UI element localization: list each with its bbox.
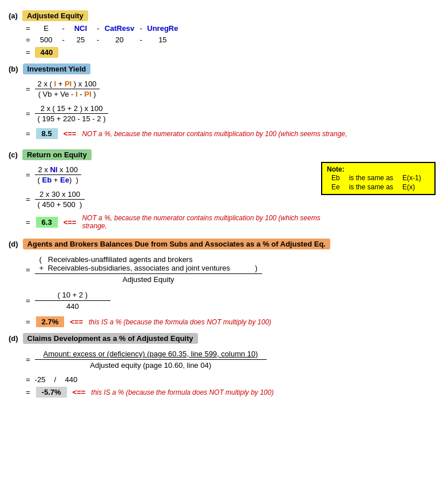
b-formula-fraction: 2 x ( I + PI ) x 100 ( Vb + Ve - I - PI … (35, 79, 100, 99)
d2-val2: 440 (65, 375, 77, 384)
section-b-values: = 2 x ( 15 + 2 ) x 100 ( 195 + 220 - 15 … (9, 104, 438, 124)
section-d1-values: = ( 10 + 2 ) 440 (9, 289, 438, 312)
section-a-row2: = 500 - 25 - 20 - 15 (9, 35, 438, 44)
section-d1-result: = 2.7% <== this IS a % (because the form… (9, 316, 438, 327)
section-c-formula: = 2 x NI x 100 ( Eb + Ee) ) (9, 165, 321, 185)
val-UnregRe: 15 (147, 35, 179, 44)
d2-eq3: = (26, 388, 30, 396)
b-values-num: 2 x ( 15 + 2 ) x 100 (35, 104, 109, 114)
c-eq2: = (26, 195, 30, 204)
section-d2-result: = -5.7% <== this IS a % (because the for… (9, 387, 438, 398)
section-d1-header: (d) Agents and Brokers Balances Due from… (9, 239, 438, 249)
section-a-result-row: = 440 (9, 47, 438, 58)
section-c-result: = 6.3 <== NOT a %, because the numerator… (9, 214, 321, 230)
d2-formula-num: Amount: excess or (deficiency) (page 60.… (35, 348, 267, 360)
d1-values-den: 440 (43, 301, 102, 312)
minus1: - (62, 24, 65, 33)
section-c-values: = 2 x 30 x 100 ( 450 + 500 ) (9, 189, 321, 209)
d1-values-fraction: ( 10 + 2 ) 440 (35, 289, 110, 312)
note-box-table: Eb is the same as E(x-1) Ee is the same … (327, 173, 426, 192)
minus3: - (140, 24, 142, 33)
note-box: Note: Eb is the same as E(x-1) Ee is the… (321, 162, 436, 195)
c-values-den: ( 450 + 500 ) (35, 200, 85, 209)
d2-eq2: = (26, 375, 30, 384)
d1-formula-den: Adjusted Equity (118, 274, 179, 285)
b-formula-num: 2 x ( I + PI ) x 100 (35, 79, 100, 89)
note-ee-is: is the same as (345, 182, 398, 192)
section-b: (b) Investment Yield = 2 x ( I + PI ) x … (9, 64, 438, 139)
d1-formula-num: ( Receivables-unaffiliated agents and br… (35, 254, 262, 274)
d2-eq1: = (26, 355, 30, 364)
minus6: - (140, 35, 142, 44)
val-CatResv: 20 (104, 35, 135, 44)
d2-div: / (50, 375, 60, 384)
d1-formula-fraction: ( Receivables-unaffiliated agents and br… (35, 254, 262, 285)
c-eq1: = (26, 170, 30, 179)
b-note: NOT a %, because the numerator contains … (82, 130, 347, 138)
result-d2: -5.7% (36, 387, 67, 398)
d1-num-line2: + Receivables-subsidiaries, associates a… (39, 264, 258, 272)
d2-formula-fraction: Amount: excess or (deficiency) (page 60.… (35, 348, 267, 371)
d2-val1: -25 (35, 375, 46, 384)
section-b-formula: = 2 x ( I + PI ) x 100 ( Vb + Ve - I - P… (9, 79, 438, 99)
note-eb-val: E(x-1) (398, 173, 426, 182)
section-c-top: (c) Return on Equity = 2 x NI x 100 ( Eb… (9, 145, 438, 233)
c-formula-fraction: 2 x NI x 100 ( Eb + Ee) ) (35, 165, 81, 185)
section-a-header: (a) Adjusted Equity (9, 10, 438, 21)
claims-dev-tag: Claims Development as a % of Adjusted Eq… (23, 333, 198, 344)
section-d2-formula: = Amount: excess or (deficiency) (page 6… (9, 348, 438, 371)
c-arrow: <== (64, 218, 77, 227)
section-c: (c) Return on Equity = 2 x NI x 100 ( Eb… (9, 145, 438, 233)
b-arrow: <== (64, 129, 77, 138)
section-c-label: (c) (9, 150, 18, 159)
note-row-eb: Eb is the same as E(x-1) (327, 173, 426, 182)
d1-num-line1: ( Receivables-unaffiliated agents and br… (39, 255, 258, 264)
section-b-header: (b) Investment Yield (9, 64, 438, 74)
note-box-title: Note: (327, 165, 430, 173)
section-c-left: (c) Return on Equity = 2 x NI x 100 ( Eb… (9, 145, 321, 233)
d2-arrow: <== (73, 388, 86, 396)
agents-brokers-tag: Agents and Brokers Balances Due from Sub… (23, 239, 330, 249)
note-eb-is: is the same as (345, 173, 398, 182)
var-CatResv: CatResv (104, 24, 135, 33)
b-values-den: ( 195 + 220 - 15 - 2 ) (35, 114, 109, 124)
result-b: 8.5 (36, 128, 58, 139)
var-UnregRe: UnregRe (147, 24, 179, 33)
b-eq2: = (26, 109, 30, 118)
result-d1: 2.7% (36, 316, 65, 327)
c-note: NOT a %, because the numerator contains … (82, 214, 321, 230)
section-d1-label: (d) (9, 240, 18, 248)
section-d2: (d) Claims Development as a % of Adjuste… (9, 333, 438, 398)
eq3: = (26, 48, 30, 57)
c-formula-num: 2 x NI x 100 (35, 165, 81, 175)
minus2: - (97, 24, 99, 33)
result-c: 6.3 (36, 217, 58, 228)
c-values-num: 2 x 30 x 100 (35, 189, 85, 200)
section-b-label: (b) (9, 65, 18, 73)
b-values-fraction: 2 x ( 15 + 2 ) x 100 ( 195 + 220 - 15 - … (35, 104, 109, 124)
note-row-ee: Ee is the same as E(x) (327, 182, 426, 192)
var-E: E (35, 24, 58, 33)
b-formula-den: ( Vb + Ve - I - PI ) (35, 89, 100, 99)
val-NCI: 25 (69, 35, 92, 44)
section-d2-values: = -25 / 440 (9, 375, 438, 384)
investment-yield-tag: Investment Yield (23, 64, 91, 74)
section-c-header: (c) Return on Equity (9, 149, 321, 160)
minus5: - (97, 35, 99, 44)
d2-formula-den: Adjusted equity (page 10.60, line 04) (81, 360, 220, 371)
section-a: (a) Adjusted Equity = E - NCI - CatResv … (9, 10, 438, 58)
note-eb-var: Eb (327, 173, 345, 182)
val-E: 500 (35, 35, 58, 44)
d1-eq1: = (26, 265, 30, 274)
d1-eq2: = (26, 296, 30, 305)
section-d1: (d) Agents and Brokers Balances Due from… (9, 239, 438, 327)
var-NCI: NCI (69, 24, 92, 33)
note-ee-val: E(x) (398, 182, 426, 192)
d1-arrow: <== (70, 318, 83, 326)
eq2: = (26, 35, 30, 44)
section-d2-label: (d) (9, 334, 18, 343)
c-formula-den: ( Eb + Ee) ) (35, 175, 81, 185)
note-ee-var: Ee (327, 182, 345, 192)
return-on-equity-tag: Return on Equity (22, 149, 92, 160)
d1-eq3: = (26, 318, 30, 326)
